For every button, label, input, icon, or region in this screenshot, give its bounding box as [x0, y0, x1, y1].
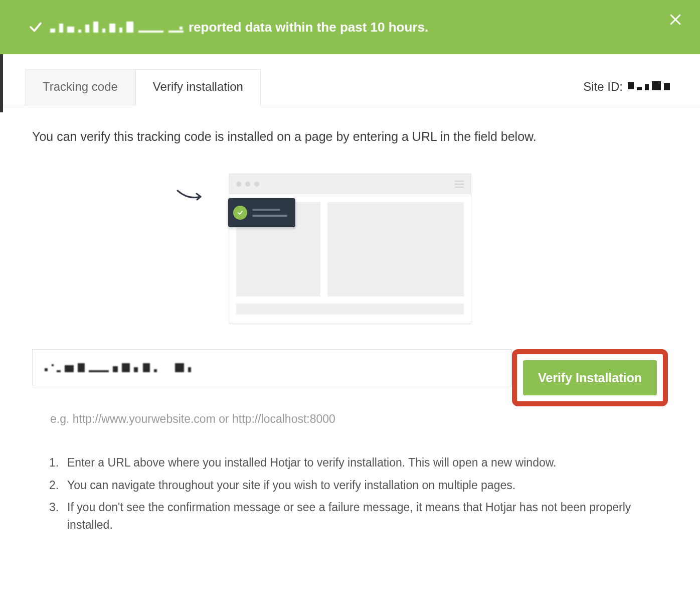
- check-icon: [28, 20, 43, 35]
- hamburger-icon: [455, 181, 464, 188]
- steps-list: Enter a URL above where you installed Ho…: [49, 454, 663, 533]
- toast-lines: [252, 209, 287, 217]
- site-id-label: Site ID:: [583, 80, 623, 94]
- step-3: If you don't see the confirmation messag…: [49, 499, 663, 533]
- status-banner: reported data within the past 10 hours.: [0, 0, 700, 54]
- browser-mock: [229, 174, 471, 324]
- confirmation-toast: [228, 198, 295, 227]
- toast-check-icon: [233, 206, 247, 220]
- site-id: Site ID:: [583, 80, 670, 105]
- banner-site-name-redacted: [50, 20, 184, 35]
- placeholder-block: [327, 202, 464, 296]
- tab-verify-installation[interactable]: Verify installation: [135, 69, 261, 105]
- tabs: Tracking code Verify installation: [25, 69, 261, 105]
- tab-tracking-code[interactable]: Tracking code: [25, 69, 135, 105]
- left-edge-decoration: [0, 50, 3, 112]
- url-value-redacted: [45, 361, 210, 374]
- arrow-icon: [177, 188, 205, 205]
- url-hint: e.g. http://www.yourwebsite.com or http:…: [50, 412, 668, 426]
- step-2: You can navigate throughout your site if…: [49, 477, 663, 494]
- step-1: Enter a URL above where you installed Ho…: [49, 454, 663, 472]
- placeholder-block: [236, 303, 464, 315]
- illustration: [32, 174, 668, 324]
- url-row: Verify Installation: [32, 349, 668, 406]
- browser-bar: [229, 174, 471, 194]
- verify-button-highlight: Verify Installation: [512, 349, 668, 406]
- verify-installation-button[interactable]: Verify Installation: [523, 360, 657, 395]
- url-input[interactable]: [32, 349, 512, 386]
- window-dots-icon: [236, 182, 259, 187]
- tabs-row: Tracking code Verify installation Site I…: [0, 54, 700, 105]
- banner-message: reported data within the past 10 hours.: [189, 20, 428, 35]
- close-icon[interactable]: [668, 12, 683, 27]
- site-id-value-redacted: [628, 81, 670, 92]
- intro-text: You can verify this tracking code is ins…: [32, 127, 668, 145]
